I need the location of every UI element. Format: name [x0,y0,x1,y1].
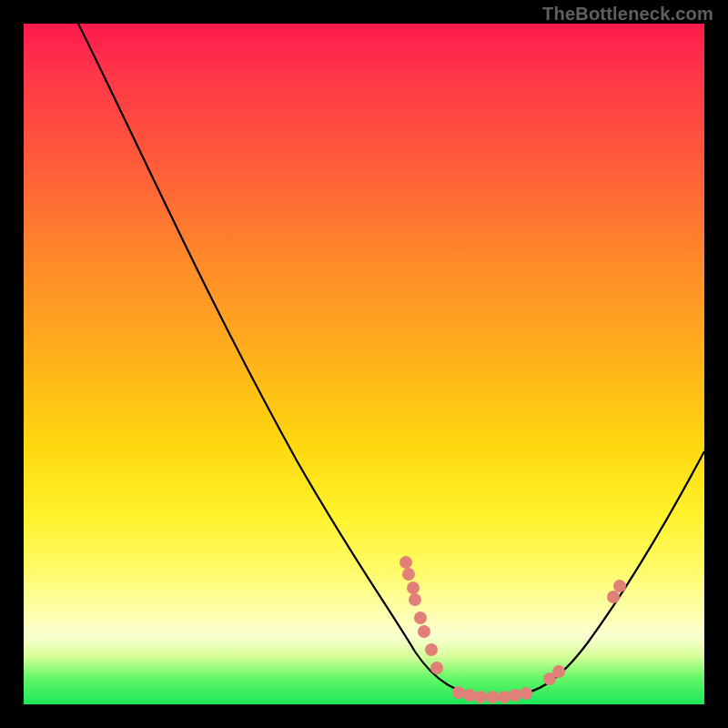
chart-container: TheBottleneck.com [0,0,728,728]
data-point [509,689,521,702]
data-point [399,556,412,569]
data-point [520,687,532,700]
bottleneck-curve [24,24,704,704]
data-point [463,689,476,702]
data-point [407,581,420,594]
data-point [552,665,565,678]
data-point [474,691,487,703]
data-point [452,686,465,699]
plot-area [24,24,704,704]
watermark-text: TheBottleneck.com [542,4,713,25]
data-point [425,643,438,656]
data-point [498,691,511,703]
data-point [402,568,415,581]
data-point [418,625,430,638]
data-point [607,591,620,603]
data-point [486,691,499,703]
data-point [613,580,626,592]
data-point [414,612,427,624]
data-point [409,593,421,606]
data-point [430,662,443,674]
